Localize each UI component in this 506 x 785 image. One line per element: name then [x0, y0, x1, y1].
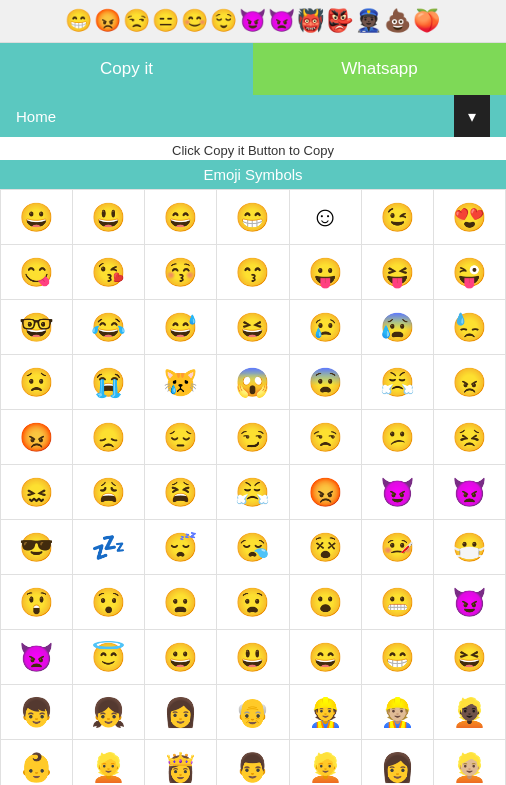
emoji-cell[interactable]: 👱🏿 — [434, 685, 506, 740]
emoji-cell[interactable]: 😬 — [362, 575, 434, 630]
tab-bar: Copy it Whatsapp — [0, 43, 506, 95]
emoji-cell[interactable]: 💤 — [73, 520, 145, 575]
emoji-cell[interactable]: 😈 — [362, 465, 434, 520]
emoji-cell[interactable]: 👱🏼 — [434, 740, 506, 785]
emoji-cell[interactable]: 😉 — [362, 190, 434, 245]
emoji-cell[interactable]: 😂 — [73, 300, 145, 355]
emoji-cell[interactable]: 😁 — [362, 630, 434, 685]
emoji-cell[interactable]: 👧 — [73, 685, 145, 740]
emoji-cell[interactable]: 😔 — [145, 410, 217, 465]
emoji-cell[interactable]: 😜 — [434, 245, 506, 300]
emoji-cell[interactable]: 😅 — [145, 300, 217, 355]
emoji-cell[interactable]: 😣 — [434, 410, 506, 465]
emoji-cell[interactable]: 👷🏼 — [362, 685, 434, 740]
emoji-cell[interactable]: 😰 — [362, 300, 434, 355]
emoji-cell[interactable]: 😦 — [145, 575, 217, 630]
emoji-cell[interactable]: 👩 — [145, 685, 217, 740]
emoji-cell[interactable]: 😎 — [1, 520, 73, 575]
emoji-cell[interactable]: 😛 — [290, 245, 362, 300]
emoji-cell[interactable]: 😓 — [434, 300, 506, 355]
emoji-cell[interactable]: 😨 — [290, 355, 362, 410]
emoji-cell[interactable]: ☺️ — [290, 190, 362, 245]
emoji-cell[interactable]: 😠 — [434, 355, 506, 410]
emoji-cell[interactable]: 🤒 — [362, 520, 434, 575]
emoji-cell[interactable]: 😈 — [434, 575, 506, 630]
home-label[interactable]: Home — [16, 108, 56, 125]
emoji-cell[interactable]: 😿 — [145, 355, 217, 410]
emoji-cell[interactable]: 😍 — [434, 190, 506, 245]
emoji-cell[interactable]: 😁 — [217, 190, 289, 245]
emoji-cell[interactable]: 😆 — [217, 300, 289, 355]
emoji-cell[interactable]: 😡 — [1, 410, 73, 465]
emoji-cell[interactable]: 😀 — [145, 630, 217, 685]
emoji-grid: 😀😃😄😁☺️😉😍😋😘😚😙😛😝😜🤓😂😅😆😢😰😓😟😭😿😱😨😤😠😡😞😔😏😒😕😣😖😩😫😤… — [0, 189, 506, 785]
emoji-cell[interactable]: 😧 — [217, 575, 289, 630]
emoji-cell[interactable]: 👷 — [290, 685, 362, 740]
emoji-cell[interactable]: 😮 — [290, 575, 362, 630]
emoji-cell[interactable]: 👩 — [362, 740, 434, 785]
emoji-cell[interactable]: 😤 — [217, 465, 289, 520]
emoji-cell[interactable]: 😃 — [73, 190, 145, 245]
emoji-cell[interactable]: 😖 — [1, 465, 73, 520]
emoji-cell[interactable]: 😋 — [1, 245, 73, 300]
emoji-cell[interactable]: 😫 — [145, 465, 217, 520]
emoji-cell[interactable]: 😡 — [290, 465, 362, 520]
emoji-cell[interactable]: 😵 — [290, 520, 362, 575]
emoji-cell[interactable]: 😀 — [1, 190, 73, 245]
emoji-cell[interactable]: 😙 — [217, 245, 289, 300]
emoji-cell[interactable]: 😱 — [217, 355, 289, 410]
nav-bar: Home ▾ — [0, 95, 506, 137]
emoji-cell[interactable]: 👸 — [145, 740, 217, 785]
emoji-cell[interactable]: 👶 — [1, 740, 73, 785]
emoji-cell[interactable]: 😝 — [362, 245, 434, 300]
emoji-cell[interactable]: 😄 — [145, 190, 217, 245]
tab-whatsapp[interactable]: Whatsapp — [253, 43, 506, 95]
emoji-cell[interactable]: 😒 — [290, 410, 362, 465]
emoji-cell[interactable]: 😇 — [73, 630, 145, 685]
emoji-cell[interactable]: 😕 — [362, 410, 434, 465]
instruction-text: Click Copy it Button to Copy — [0, 137, 506, 160]
emoji-cell[interactable]: 🤓 — [1, 300, 73, 355]
emoji-cell[interactable]: 😭 — [73, 355, 145, 410]
emoji-cell[interactable]: 😴 — [145, 520, 217, 575]
emoji-cell[interactable]: 😯 — [73, 575, 145, 630]
emoji-cell[interactable]: 👱 — [290, 740, 362, 785]
emoji-cell[interactable]: 😃 — [217, 630, 289, 685]
emoji-cell[interactable]: 👱 — [73, 740, 145, 785]
emoji-cell[interactable]: 👦 — [1, 685, 73, 740]
emoji-banner: 😁😡😒😑😊😌😈👿👹👺👮🏿💩🍑 — [0, 0, 506, 43]
emoji-cell[interactable]: 😷 — [434, 520, 506, 575]
section-header-emoji: Emoji Symbols — [0, 160, 506, 189]
emoji-cell[interactable]: 😤 — [362, 355, 434, 410]
emoji-cell[interactable]: 😏 — [217, 410, 289, 465]
emoji-cell[interactable]: 😩 — [73, 465, 145, 520]
emoji-cell[interactable]: 😢 — [290, 300, 362, 355]
nav-dropdown-button[interactable]: ▾ — [454, 95, 490, 137]
emoji-cell[interactable]: 👿 — [1, 630, 73, 685]
tab-copy-it[interactable]: Copy it — [0, 43, 253, 95]
emoji-cell[interactable]: 👨 — [217, 740, 289, 785]
emoji-cell[interactable]: 😄 — [290, 630, 362, 685]
emoji-cell[interactable]: 😞 — [73, 410, 145, 465]
emoji-cell[interactable]: 😪 — [217, 520, 289, 575]
emoji-cell[interactable]: 👴 — [217, 685, 289, 740]
emoji-cell[interactable]: 😲 — [1, 575, 73, 630]
emoji-cell[interactable]: 😟 — [1, 355, 73, 410]
emoji-cell[interactable]: 👿 — [434, 465, 506, 520]
emoji-cell[interactable]: 😆 — [434, 630, 506, 685]
emoji-cell[interactable]: 😘 — [73, 245, 145, 300]
emoji-cell[interactable]: 😚 — [145, 245, 217, 300]
